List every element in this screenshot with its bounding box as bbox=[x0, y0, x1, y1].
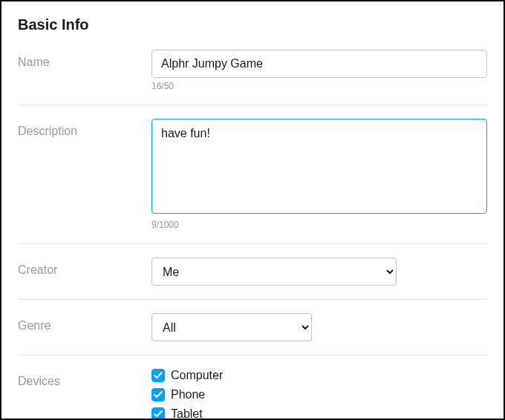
devices-list: Computer Phone Tablet bbox=[152, 369, 487, 420]
device-checkbox-phone[interactable] bbox=[152, 388, 165, 401]
section-title: Basic Info bbox=[18, 16, 487, 33]
device-label-tablet: Tablet bbox=[171, 407, 203, 420]
genre-select[interactable]: All bbox=[152, 313, 312, 341]
check-icon bbox=[154, 410, 163, 418]
devices-row: Devices Computer Phone bbox=[18, 369, 487, 420]
genre-row: Genre All bbox=[18, 313, 487, 355]
device-label-phone: Phone bbox=[171, 388, 205, 401]
device-label-computer: Computer bbox=[171, 369, 223, 382]
device-checkbox-tablet[interactable] bbox=[152, 407, 165, 420]
name-input[interactable] bbox=[152, 50, 487, 78]
check-icon bbox=[154, 391, 163, 398]
description-label: Description bbox=[18, 119, 152, 138]
creator-row: Creator Me bbox=[18, 257, 487, 300]
device-item-phone: Phone bbox=[152, 388, 487, 401]
name-counter: 16/50 bbox=[152, 81, 487, 91]
creator-label: Creator bbox=[18, 257, 152, 277]
genre-label: Genre bbox=[18, 313, 152, 332]
device-item-tablet: Tablet bbox=[152, 407, 487, 420]
description-row: Description have fun! 9/1000 bbox=[18, 119, 487, 244]
description-counter: 9/1000 bbox=[152, 220, 487, 230]
device-checkbox-computer[interactable] bbox=[152, 369, 165, 382]
name-label: Name bbox=[18, 50, 152, 69]
devices-label: Devices bbox=[18, 369, 152, 388]
check-icon bbox=[154, 372, 163, 379]
device-item-computer: Computer bbox=[152, 369, 487, 382]
description-input[interactable]: have fun! bbox=[152, 119, 487, 214]
creator-select[interactable]: Me bbox=[152, 257, 397, 286]
name-row: Name 16/50 bbox=[18, 50, 487, 105]
